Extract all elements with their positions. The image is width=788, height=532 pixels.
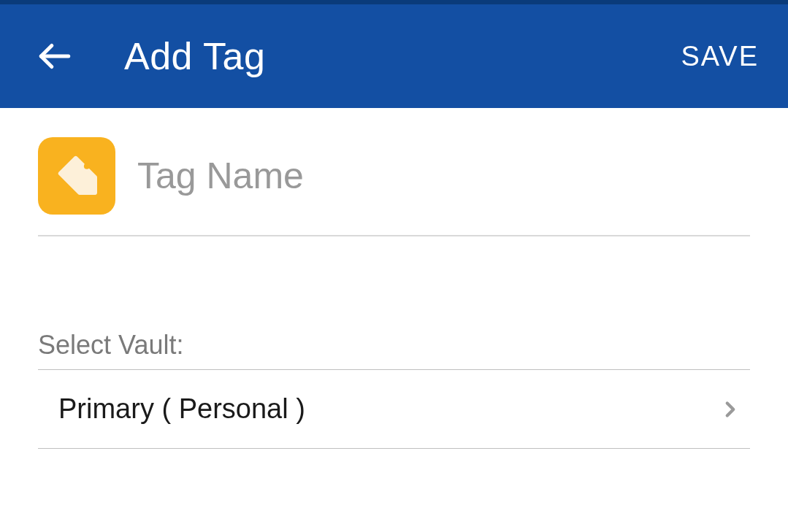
tag-name-row [38,137,750,236]
page-title: Add Tag [124,34,265,78]
tag-icon-box[interactable] [38,137,115,215]
save-button[interactable]: SAVE [681,41,759,72]
vault-selected-value: Primary ( Personal ) [58,393,305,425]
content-area: Select Vault: Primary ( Personal ) [0,108,788,449]
app-bar: Add Tag SAVE [0,4,788,108]
app-bar-left: Add Tag [37,34,265,78]
vault-label: Select Vault: [38,330,750,370]
back-arrow-icon[interactable] [37,38,73,74]
svg-point-1 [84,163,90,169]
vault-select-row[interactable]: Primary ( Personal ) [38,370,750,449]
tag-icon [53,151,100,201]
chevron-right-icon [718,397,743,422]
tag-name-input[interactable] [137,155,750,197]
vault-section: Select Vault: Primary ( Personal ) [38,330,750,449]
